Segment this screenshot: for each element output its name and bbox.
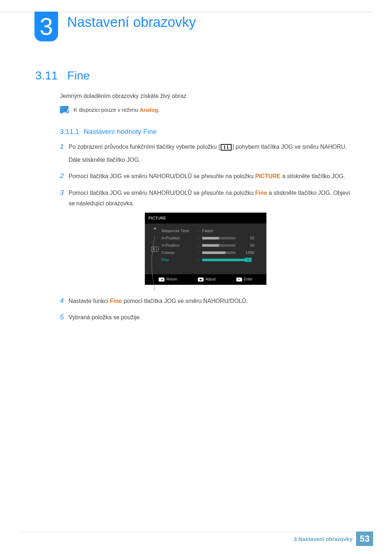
step1-post: ] pohybem tlačítka JOG ve směru NAHORU. — [232, 144, 347, 150]
osd-value: Faster — [202, 227, 225, 234]
note-suffix: . — [158, 107, 160, 113]
colon: : — [198, 249, 202, 256]
subsection-heading: 3.11.1 Nastavení hodnoty Fine — [60, 128, 157, 136]
keyword-fine: Fine — [255, 190, 267, 196]
step1-line2: Dále stiskněte tlačítko JOG. — [69, 155, 347, 165]
step-number: 3 — [60, 188, 69, 290]
step-4: 4 Nastavte funkci Fine pomocí tlačítka J… — [60, 296, 356, 307]
step-body: Pomocí tlačítka JOG ve směru NAHORU/DOLŮ… — [69, 171, 345, 182]
step3-pre: Pomocí tlačítka JOG ve směru NAHORU/DOLŮ… — [69, 190, 255, 196]
page-footer: 3 Nastavení obrazovky 53 — [294, 532, 373, 546]
menu-icon — [221, 144, 232, 151]
step-1: 1 Po zobrazení průvodce funkčními tlačít… — [60, 141, 356, 165]
key-icon: ▪▪ — [236, 278, 242, 282]
osd-slider — [202, 244, 236, 247]
colon: : — [198, 256, 202, 263]
osd-label: Fine — [162, 256, 198, 263]
step-3: 3 Pomocí tlačítka JOG ve směru NAHORU/DO… — [60, 188, 356, 290]
step-number: 4 — [60, 296, 69, 307]
footer-label: Adjust — [205, 276, 216, 283]
step4-post: pomocí tlačítka JOG ve směru NAHORU/DOLŮ… — [122, 298, 248, 304]
subsection-title: Nastavení hodnoty Fine — [84, 128, 157, 135]
osd-body: Response Time : Faster H-Position : 50 V… — [145, 223, 266, 274]
colon: : — [198, 227, 202, 234]
chapter-tab: 3 — [34, 12, 58, 41]
step-body: Pomocí tlačítka JOG ve směru NAHORU/DOLŮ… — [69, 188, 356, 290]
footer-label: Enter — [244, 276, 253, 283]
osd-label: Coarse — [162, 249, 198, 256]
step-body: Nastavte funkci Fine pomocí tlačítka JOG… — [69, 296, 248, 307]
step2-post: a stiskněte tlačítko JOG. — [281, 173, 345, 179]
subsection-number: 3.11.1 — [60, 128, 79, 135]
osd-footer: ◄Return ◂▸Adjust ▪▪Enter — [145, 274, 266, 285]
section-title: Fine — [67, 69, 90, 82]
osd-row-coarse: Coarse : 1936 — [162, 249, 263, 256]
osd-value-active: 0 — [245, 258, 252, 262]
step2-pre: Pomocí tlačítka JOG ve směru NAHORU/DOLŮ… — [69, 173, 255, 179]
step-number: 1 — [60, 141, 69, 165]
note-row: K dispozici pouze v režimu Analog. — [60, 106, 160, 113]
osd-row-v-position: V-Position : 50 — [162, 242, 263, 249]
key-icon: ◄ — [159, 278, 164, 282]
step-body: Po zobrazení průvodce funkčními tlačítky… — [69, 141, 347, 165]
colon: : — [198, 234, 202, 242]
osd-row-h-position: H-Position : 50 — [162, 234, 263, 242]
intro-text: Jemným doladěním obrazovky získáte živý … — [60, 93, 188, 99]
keyword-fine: Fine — [110, 298, 122, 304]
osd-slider-active — [202, 259, 245, 261]
osd-value: 50 — [240, 234, 254, 242]
osd-label: Response Time — [162, 227, 198, 234]
step4-pre: Nastavte funkci — [69, 298, 110, 304]
footer-label: Return — [166, 276, 177, 283]
osd-value: 50 — [240, 242, 254, 249]
osd-rows: Response Time : Faster H-Position : 50 V… — [162, 226, 263, 264]
step1-pre: Po zobrazení průvodce funkčními tlačítky… — [69, 144, 220, 150]
chapter-number: 3 — [40, 15, 53, 38]
note-highlight: Analog — [140, 107, 158, 113]
note-icon — [60, 106, 69, 113]
osd-row-response-time: Response Time : Faster — [162, 227, 263, 234]
step-number: 5 — [60, 312, 69, 323]
step-2: 2 Pomocí tlačítka JOG ve směru NAHORU/DO… — [60, 171, 356, 182]
page-number: 53 — [356, 532, 373, 546]
osd-slider — [202, 237, 236, 239]
steps-list: 1 Po zobrazení průvodce funkčními tlačít… — [60, 141, 356, 329]
colon: : — [198, 242, 202, 249]
osd-value: 1936 — [240, 249, 254, 256]
note-text: K dispozici pouze v režimu Analog. — [74, 107, 160, 113]
osd-footer-return: ◄Return — [159, 276, 177, 283]
step-body: Vybraná položka se použije. — [69, 312, 141, 323]
section-number: 3.11 — [35, 69, 58, 82]
footer-text: 3 Nastavení obrazovky — [294, 536, 353, 542]
osd-label: H-Position — [162, 234, 198, 242]
arc-decoration — [148, 256, 162, 264]
key-icon: ◂▸ — [198, 278, 204, 282]
osd-footer-enter: ▪▪Enter — [236, 276, 253, 283]
keyword-picture: PICTURE — [255, 173, 281, 179]
step-5: 5 Vybraná položka se použije. — [60, 312, 356, 323]
chapter-title: Nastavení obrazovky — [67, 15, 196, 30]
osd-left-column — [148, 226, 162, 264]
arrow-up-icon — [153, 227, 157, 229]
step-number: 2 — [60, 171, 69, 182]
osd-screenshot: PICTURE Response Time : Faster — [145, 213, 266, 285]
osd-slider — [202, 251, 236, 254]
osd-row-fine: Fine : 0 — [162, 256, 263, 263]
osd-footer-adjust: ◂▸Adjust — [198, 276, 216, 283]
note-prefix: K dispozici pouze v režimu — [74, 107, 140, 113]
osd-label: V-Position — [162, 242, 198, 249]
osd-header: PICTURE — [145, 213, 266, 223]
